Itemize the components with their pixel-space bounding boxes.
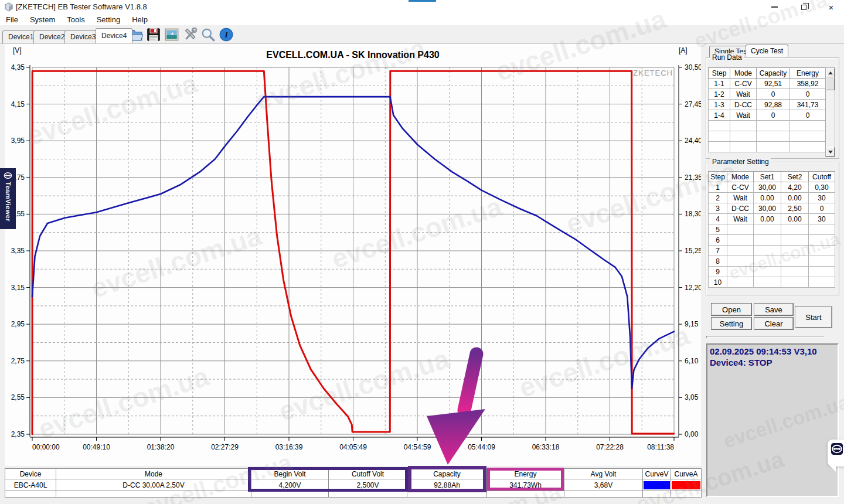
curve-a-swatch[interactable] [672, 481, 700, 489]
menu-item-system[interactable]: System [24, 15, 61, 25]
cell[interactable]: 0 [809, 203, 835, 214]
cell[interactable] [754, 256, 781, 267]
cell[interactable]: 0,30 [809, 182, 835, 193]
tools-icon[interactable] [182, 27, 198, 42]
cell[interactable]: 5 [709, 224, 727, 235]
minimize-button[interactable] [765, 1, 783, 13]
cell[interactable]: 6 [709, 235, 727, 246]
svg-text:15,25: 15,25 [685, 247, 701, 255]
cell[interactable]: 0.00 [781, 193, 809, 203]
cell[interactable] [809, 224, 835, 235]
cell[interactable]: Wait [727, 193, 754, 203]
cell[interactable]: 30 [809, 214, 835, 224]
scroll-down-button[interactable] [826, 147, 835, 156]
cell[interactable] [809, 277, 835, 288]
cell[interactable]: 10 [709, 277, 727, 288]
table-row[interactable]: 1-4Wait00 [709, 110, 826, 121]
cell[interactable] [781, 256, 809, 267]
table-row[interactable] [709, 121, 826, 131]
run-data-scrollbar[interactable] [825, 67, 835, 157]
cell[interactable]: 7 [709, 246, 727, 256]
clear-button[interactable]: Clear [754, 317, 794, 330]
cell[interactable]: 30,00 [754, 182, 781, 193]
cell[interactable] [727, 256, 754, 267]
save-icon[interactable] [146, 27, 161, 42]
cell[interactable] [809, 246, 835, 256]
table-row[interactable]: 1-1C-CV92,51358,92 [709, 79, 826, 89]
teamviewer-popup[interactable] [828, 440, 844, 466]
table-row[interactable]: 1C-CV30,004,200,30 [709, 182, 835, 193]
image-icon[interactable] [164, 27, 179, 42]
cell[interactable] [809, 267, 835, 277]
open-button[interactable]: Open [711, 303, 752, 316]
setting-button[interactable]: Setting [711, 317, 752, 330]
cell[interactable] [809, 256, 835, 267]
cell[interactable] [781, 235, 809, 246]
cell[interactable] [727, 267, 754, 277]
cell[interactable] [754, 246, 781, 256]
start-button[interactable]: Start [795, 306, 832, 328]
cell[interactable]: 0.00 [754, 214, 781, 224]
table-row[interactable]: 4Wait0.000.0030 [709, 214, 835, 224]
svg-text:30,50: 30,50 [685, 63, 701, 71]
table-row[interactable]: 5 [709, 224, 835, 235]
info-icon[interactable]: i [219, 27, 234, 42]
cell[interactable]: 2 [709, 193, 727, 203]
tab-device4[interactable]: Device4 [96, 28, 132, 43]
cell[interactable]: 30 [809, 193, 835, 203]
cell[interactable] [754, 224, 781, 235]
scroll-up-button[interactable] [826, 68, 835, 77]
menu-item-setting[interactable]: Setting [91, 15, 126, 25]
cell[interactable]: D-CC [727, 203, 754, 214]
table-row[interactable]: 1-2Wait00 [709, 89, 826, 100]
cell[interactable] [754, 235, 781, 246]
app-icon [4, 2, 13, 12]
svg-text:08:11:38: 08:11:38 [647, 443, 674, 451]
table-row[interactable]: 10 [709, 277, 835, 288]
tab-cycle-test[interactable]: Cycle Test [746, 45, 788, 57]
menu-item-file[interactable]: File [0, 15, 24, 25]
cell[interactable]: 2,50 [781, 203, 809, 214]
table-row[interactable]: 8 [709, 256, 835, 267]
cell[interactable]: 30,00 [754, 203, 781, 214]
cell[interactable] [781, 246, 809, 256]
cell[interactable]: 4 [709, 214, 727, 224]
cell[interactable]: 8 [709, 256, 727, 267]
cell[interactable]: Wait [727, 214, 754, 224]
cell[interactable] [754, 267, 781, 277]
cell[interactable]: 0.00 [781, 214, 809, 224]
cell[interactable] [809, 235, 835, 246]
cell[interactable]: 1 [709, 182, 727, 193]
scroll-thumb[interactable] [826, 77, 835, 90]
table-row[interactable]: 1-3D-CC92,88341,73 [709, 100, 826, 110]
table-row[interactable] [709, 142, 826, 152]
save-button[interactable]: Save [754, 303, 794, 316]
table-row[interactable]: 9 [709, 267, 835, 277]
menu-item-tools[interactable]: Tools [61, 15, 90, 25]
table-row[interactable]: 6 [709, 235, 835, 246]
curve-v-swatch[interactable] [644, 481, 670, 489]
table-row[interactable]: 3D-CC30,002,500 [709, 203, 835, 214]
table-row[interactable]: 7 [709, 246, 835, 256]
cell[interactable]: C-CV [727, 182, 754, 193]
cell[interactable] [754, 277, 781, 288]
cell: 92,51 [757, 79, 790, 89]
cell[interactable] [781, 224, 809, 235]
cell[interactable] [727, 224, 754, 235]
close-button[interactable]: × [822, 1, 840, 13]
cell[interactable]: 4,20 [781, 182, 809, 193]
table-row[interactable] [709, 131, 826, 142]
cell[interactable] [781, 267, 809, 277]
cell[interactable] [781, 277, 809, 288]
cell[interactable] [727, 246, 754, 256]
cell[interactable] [727, 235, 754, 246]
table-row[interactable]: 2Wait0.000.0030 [709, 193, 835, 203]
teamviewer-edge-tab[interactable]: TeamViewer [0, 168, 16, 229]
cell[interactable]: 9 [709, 267, 727, 277]
zoom-icon[interactable] [200, 27, 216, 42]
cell[interactable]: 3 [709, 203, 727, 214]
cell[interactable]: 0.00 [754, 193, 781, 203]
restore-button[interactable] [795, 1, 812, 13]
cell[interactable] [727, 277, 754, 288]
menu-item-help[interactable]: Help [126, 15, 154, 25]
